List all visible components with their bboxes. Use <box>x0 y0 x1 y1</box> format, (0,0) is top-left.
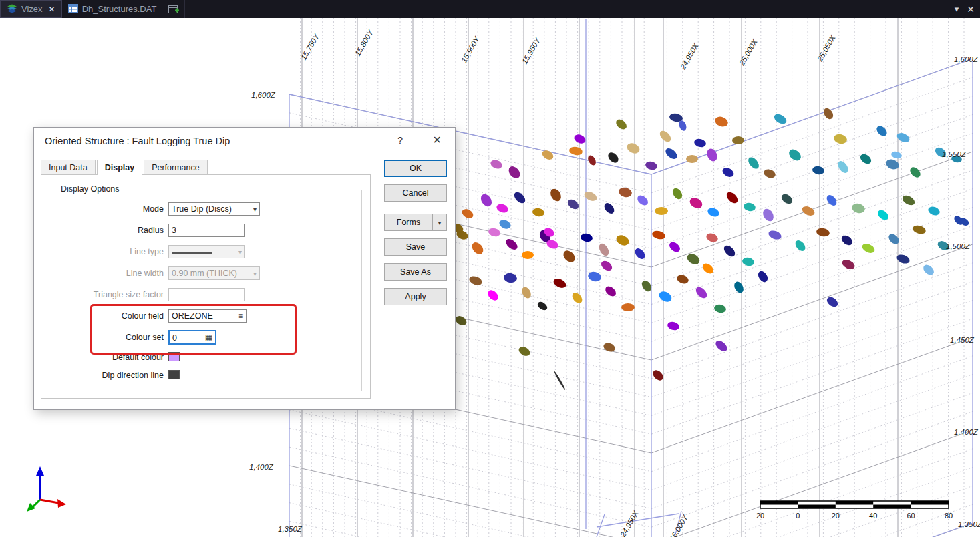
colour-set-input[interactable]: 0 ▦ <box>168 330 216 345</box>
structure-disc[interactable] <box>603 201 617 216</box>
structure-disc[interactable] <box>495 202 509 214</box>
structure-disc[interactable] <box>836 159 850 174</box>
structure-disc[interactable] <box>517 345 532 357</box>
structure-disc[interactable] <box>522 251 534 259</box>
structure-disc[interactable] <box>663 146 679 161</box>
structure-disc[interactable] <box>851 202 866 215</box>
structure-disc[interactable] <box>655 207 668 215</box>
structure-disc[interactable] <box>645 160 658 171</box>
mode-select[interactable]: True Dip (Discs) ▾ <box>168 202 260 216</box>
forms-dropdown-icon[interactable]: ▾ <box>432 214 446 230</box>
structure-disc[interactable] <box>615 233 631 247</box>
structure-disc[interactable] <box>746 155 761 170</box>
close-pane-icon[interactable]: ✕ <box>967 4 975 15</box>
structure-disc[interactable] <box>651 230 666 241</box>
structure-disc[interactable] <box>908 165 922 179</box>
structure-disc[interactable] <box>833 133 848 146</box>
structure-disc[interactable] <box>468 275 484 287</box>
structure-disc[interactable] <box>694 285 709 301</box>
structure-disc[interactable] <box>573 133 587 145</box>
forms-button[interactable]: Forms ▾ <box>384 214 447 231</box>
structure-disc[interactable] <box>512 190 528 206</box>
structure-disc[interactable] <box>886 232 901 246</box>
structure-disc[interactable] <box>743 202 756 212</box>
structure-disc[interactable] <box>840 234 854 247</box>
field-list-icon[interactable]: ≡ <box>238 311 243 321</box>
structure-disc[interactable] <box>713 115 729 128</box>
structure-disc[interactable] <box>625 141 641 155</box>
structure-disc[interactable] <box>675 273 689 285</box>
structure-disc[interactable] <box>552 277 567 289</box>
structure-disc[interactable] <box>657 289 673 304</box>
structure-disc[interactable] <box>583 190 598 202</box>
structure-disc[interactable] <box>486 288 500 302</box>
structure-disc[interactable] <box>561 248 577 264</box>
structure-disc[interactable] <box>816 227 830 237</box>
new-window-icon[interactable] <box>162 0 185 18</box>
structure-disc[interactable] <box>503 272 518 283</box>
ok-button[interactable]: OK <box>384 160 447 177</box>
radius-input[interactable]: 3 <box>168 224 245 237</box>
structure-disc[interactable] <box>822 106 835 121</box>
structure-disc[interactable] <box>504 237 519 252</box>
structure-disc[interactable] <box>599 259 614 273</box>
structure-disc[interactable] <box>860 242 876 254</box>
cancel-button[interactable]: Cancel <box>384 184 447 202</box>
structure-disc[interactable] <box>597 242 611 257</box>
apply-button[interactable]: Apply <box>384 288 447 305</box>
structure-disc[interactable] <box>671 186 684 201</box>
structure-disc[interactable] <box>706 206 720 218</box>
structure-disc[interactable] <box>536 300 549 311</box>
structure-disc[interactable] <box>658 129 673 144</box>
structure-disc[interactable] <box>688 196 704 210</box>
structure-disc[interactable] <box>532 208 545 218</box>
structure-disc[interactable] <box>812 166 825 176</box>
structure-disc[interactable] <box>635 194 650 208</box>
structure-disc[interactable] <box>667 321 680 331</box>
save-button[interactable]: Save <box>384 238 447 256</box>
structure-disc[interactable] <box>580 233 593 243</box>
structure-disc[interactable] <box>633 246 647 261</box>
structure-disc[interactable] <box>570 291 585 305</box>
structure-disc[interactable] <box>693 138 707 148</box>
structure-disc[interactable] <box>732 280 745 295</box>
structure-disc[interactable] <box>912 224 927 236</box>
structure-disc[interactable] <box>554 371 566 390</box>
structure-disc[interactable] <box>713 304 727 314</box>
structure-disc[interactable] <box>686 155 698 163</box>
structure-disc[interactable] <box>742 257 755 267</box>
structure-disc[interactable] <box>732 136 744 144</box>
structure-disc[interactable] <box>858 152 873 166</box>
structure-disc[interactable] <box>927 205 941 216</box>
structure-disc[interactable] <box>667 240 682 254</box>
tab-input-data[interactable]: Input Data <box>41 160 96 174</box>
structure-disc[interactable] <box>921 263 936 277</box>
structure-disc[interactable] <box>840 258 856 271</box>
structure-disc[interactable] <box>618 186 633 199</box>
structure-disc[interactable] <box>756 269 770 284</box>
colour-set-browse-icon[interactable]: ▦ <box>205 333 212 342</box>
structure-disc[interactable] <box>705 232 719 243</box>
default-colour-swatch[interactable] <box>168 352 180 361</box>
structure-disc[interactable] <box>721 166 736 178</box>
structure-disc[interactable] <box>787 147 803 163</box>
structure-disc[interactable] <box>566 198 581 211</box>
structure-disc[interactable] <box>489 158 503 170</box>
tab-dh-structures[interactable]: Dh_Structures.DAT <box>62 0 163 18</box>
structure-disc[interactable] <box>936 239 951 252</box>
structure-disc[interactable] <box>651 368 665 382</box>
tab-vizex[interactable]: Vizex ✕ <box>0 0 62 18</box>
tab-performance[interactable]: Performance <box>144 160 208 174</box>
structure-disc[interactable] <box>488 227 501 238</box>
tab-display[interactable]: Display <box>97 160 142 175</box>
structure-disc[interactable] <box>762 168 776 179</box>
structure-disc[interactable] <box>614 118 629 132</box>
structure-disc[interactable] <box>800 204 816 217</box>
structure-disc[interactable] <box>874 124 888 138</box>
help-icon[interactable]: ? <box>397 135 403 146</box>
structure-disc[interactable] <box>602 341 616 353</box>
structure-disc[interactable] <box>876 208 890 222</box>
dip-direction-line-swatch[interactable] <box>168 370 180 379</box>
structure-disc[interactable] <box>621 303 635 311</box>
close-icon[interactable]: ✕ <box>433 134 442 146</box>
